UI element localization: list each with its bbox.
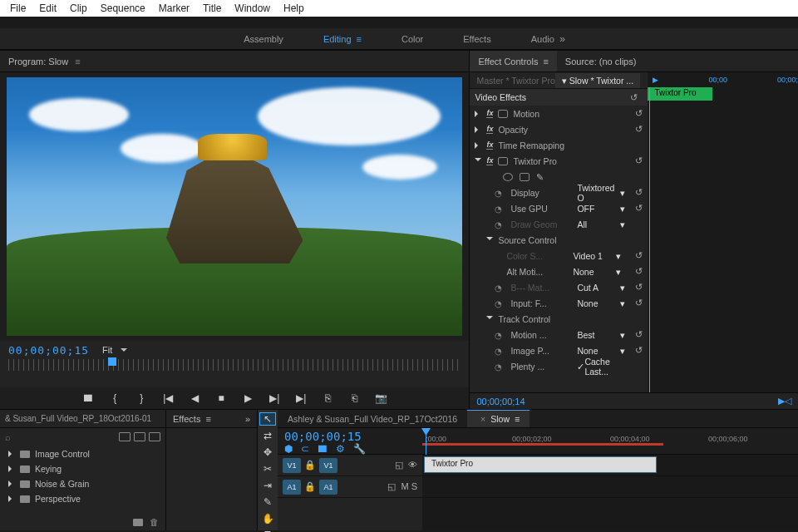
stopwatch-icon[interactable] bbox=[495, 362, 505, 372]
step-forward-button[interactable]: ▶| bbox=[268, 392, 280, 404]
reset-icon[interactable] bbox=[635, 298, 643, 308]
export-frame-button[interactable]: 📷 bbox=[375, 392, 387, 404]
workspace-editing[interactable]: Editing bbox=[323, 34, 362, 44]
wrench-icon[interactable]: 🔧 bbox=[353, 443, 366, 455]
prop-imagep-value[interactable]: None▾ bbox=[577, 346, 625, 356]
toggle-output-icon[interactable]: ◱ bbox=[387, 481, 396, 492]
track-target-v1[interactable]: V1 bbox=[319, 458, 337, 473]
panel-menu-icon[interactable]: ≡ bbox=[515, 414, 520, 424]
overflow-icon[interactable]: » bbox=[245, 414, 250, 424]
tab-source[interactable]: Source: (no clips) bbox=[557, 51, 645, 71]
menu-edit[interactable]: Edit bbox=[32, 0, 63, 17]
menu-help[interactable]: Help bbox=[277, 0, 311, 17]
effect-controls-timeline[interactable]: ▶ 00;0000;00; Twixtor Pro bbox=[648, 72, 798, 392]
view-icon[interactable] bbox=[134, 432, 145, 441]
prop-altmoti-value[interactable]: None▾ bbox=[573, 267, 621, 277]
effect-twixtor[interactable]: Twixtor Pro bbox=[513, 156, 557, 166]
stopwatch-icon[interactable] bbox=[495, 298, 505, 308]
track-select-tool[interactable]: ⇄ bbox=[260, 430, 275, 441]
timeline-tracks[interactable]: Twixtor Pro bbox=[422, 455, 798, 530]
program-timecode[interactable]: 00;00;00;15 bbox=[8, 344, 89, 357]
lift-button[interactable]: ⎘ bbox=[322, 392, 333, 404]
fx-badge-icon[interactable]: fx bbox=[486, 109, 493, 118]
timeline-clip[interactable]: Twixtor Pro bbox=[424, 456, 657, 473]
view-icon[interactable] bbox=[119, 432, 131, 441]
ec-crumb-slow[interactable]: ▾ Slow * Twixtor ... bbox=[555, 73, 640, 88]
prop-gpu-value[interactable]: OFF▾ bbox=[577, 204, 625, 214]
timeline-ruler[interactable]: ;00;00 00;00;02;00 00;00;04;00 00;00;06;… bbox=[422, 428, 798, 454]
menu-clip[interactable]: Clip bbox=[63, 0, 94, 17]
eye-icon[interactable]: 👁 bbox=[408, 460, 417, 470]
effect-opacity[interactable]: Opacity bbox=[498, 125, 528, 135]
twirl-icon[interactable] bbox=[475, 111, 481, 117]
pen-tool[interactable]: ✎ bbox=[260, 496, 275, 508]
effect-controls-timecode[interactable]: 00;00;00;14 bbox=[476, 397, 525, 406]
ec-crumb-master[interactable]: Master * Twixtor Pro bbox=[470, 76, 554, 86]
mask-pen-icon[interactable]: ✎ bbox=[536, 172, 544, 182]
trash-icon[interactable]: 🗑 bbox=[150, 517, 159, 527]
ec-playhead-line[interactable] bbox=[649, 87, 650, 392]
sequence-tab-active[interactable]: ×Slow≡ bbox=[467, 410, 530, 427]
lock-icon[interactable]: 🔒 bbox=[304, 481, 316, 492]
stop-button[interactable]: ■ bbox=[215, 392, 227, 404]
lock-icon[interactable]: 🔒 bbox=[304, 460, 316, 470]
toggle-output-icon[interactable]: ◱ bbox=[395, 460, 403, 470]
program-mini-ruler[interactable] bbox=[8, 359, 461, 371]
prop-motionv-value[interactable]: Best▾ bbox=[577, 330, 625, 340]
effect-motion[interactable]: Motion bbox=[513, 109, 539, 119]
effect-time-remapping[interactable]: Time Remapping bbox=[498, 140, 564, 150]
twirl-icon[interactable] bbox=[486, 237, 493, 244]
folder-row[interactable]: Image Control bbox=[0, 446, 165, 461]
prop-plenty-value[interactable]: ✓ Cache Last... bbox=[577, 357, 625, 377]
mute-solo-label[interactable]: M S bbox=[401, 481, 417, 492]
fx-badge-icon[interactable]: fx bbox=[486, 125, 493, 134]
fx-badge-icon[interactable]: fx bbox=[486, 156, 493, 165]
folder-row[interactable]: Keying bbox=[0, 461, 165, 476]
menu-sequence[interactable]: Sequence bbox=[94, 0, 152, 17]
reset-icon[interactable] bbox=[635, 108, 643, 119]
project-search-input[interactable] bbox=[5, 432, 80, 442]
close-icon[interactable]: × bbox=[480, 414, 485, 424]
add-marker-button[interactable]: ⯀ bbox=[82, 392, 94, 404]
reset-icon[interactable] bbox=[635, 282, 643, 293]
go-to-in-button[interactable]: |◀ bbox=[162, 392, 174, 404]
stopwatch-icon[interactable] bbox=[495, 204, 505, 214]
play-button[interactable]: ▶ bbox=[242, 392, 254, 404]
hand-tool[interactable]: ✋ bbox=[260, 513, 275, 525]
reset-icon[interactable] bbox=[635, 187, 643, 198]
playhead-indicator-icon[interactable] bbox=[108, 357, 116, 366]
timeline-timecode[interactable]: 00;00;00;15 bbox=[284, 430, 416, 443]
workspace-effects[interactable]: Effects bbox=[463, 34, 490, 44]
step-back-button[interactable]: ◀ bbox=[189, 392, 200, 404]
mark-out-button[interactable]: } bbox=[135, 392, 147, 404]
chevron-down-icon[interactable] bbox=[121, 348, 127, 355]
track-lane-v1[interactable]: Twixtor Pro bbox=[422, 455, 798, 476]
effects-tab[interactable]: Effects bbox=[173, 414, 200, 424]
track-lane-a1[interactable] bbox=[422, 476, 798, 498]
stopwatch-icon[interactable] bbox=[495, 330, 505, 340]
stopwatch-icon[interactable] bbox=[495, 346, 505, 356]
snap-icon[interactable]: ⬢ bbox=[284, 443, 293, 455]
program-tab-label[interactable]: Program: Slow bbox=[8, 57, 68, 66]
settings-icon[interactable]: ⚙ bbox=[336, 443, 345, 455]
effect-twixtor-icon[interactable] bbox=[498, 157, 508, 165]
twirl-icon[interactable] bbox=[486, 316, 493, 323]
ripple-tool[interactable]: ✥ bbox=[260, 446, 275, 458]
stopwatch-icon[interactable] bbox=[495, 188, 505, 198]
mark-in-button[interactable]: { bbox=[109, 392, 121, 404]
mask-rect-icon[interactable] bbox=[520, 173, 530, 181]
track-target-a1[interactable]: A1 bbox=[319, 480, 337, 495]
panel-menu-icon[interactable]: ≡ bbox=[205, 414, 210, 424]
menu-title[interactable]: Title bbox=[196, 0, 228, 17]
workspace-color[interactable]: Color bbox=[401, 34, 423, 44]
reset-icon[interactable] bbox=[635, 345, 643, 356]
track-header-v1[interactable]: V1 🔒 V1 ◱👁 bbox=[278, 455, 422, 476]
reset-icon[interactable] bbox=[635, 155, 643, 166]
menu-file[interactable]: File bbox=[3, 0, 32, 17]
program-viewer[interactable] bbox=[7, 77, 462, 336]
selection-tool[interactable]: ↖ bbox=[260, 413, 275, 425]
ec-play-icon[interactable]: ▶◁ bbox=[778, 396, 791, 406]
workspace-audio[interactable]: Audio bbox=[531, 34, 554, 44]
reset-icon[interactable] bbox=[635, 203, 643, 214]
view-icon[interactable] bbox=[149, 432, 160, 441]
